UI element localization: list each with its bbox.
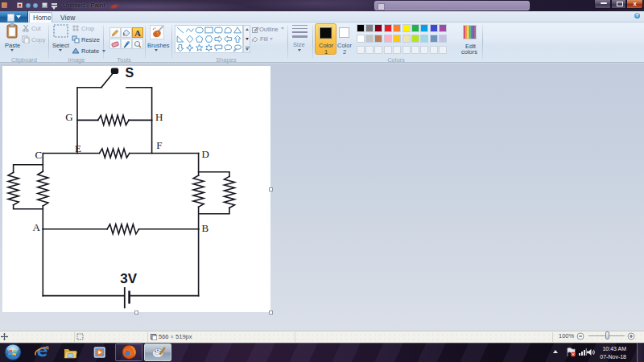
svg-text:A: A [33, 221, 41, 233]
svg-text:E: E [75, 142, 81, 154]
svg-text:G: G [65, 111, 72, 123]
svg-text:3V: 3V [120, 271, 137, 286]
svg-text:H: H [155, 111, 163, 123]
svg-text:D: D [202, 148, 209, 160]
svg-text:B: B [202, 222, 209, 234]
svg-text:F: F [156, 139, 162, 151]
svg-text:C: C [35, 149, 43, 161]
svg-text:S: S [126, 66, 134, 80]
